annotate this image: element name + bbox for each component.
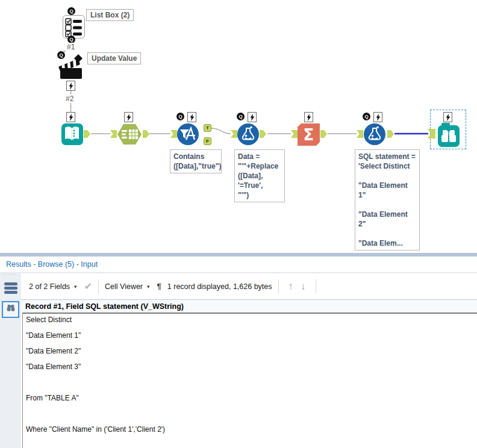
action-tool-label[interactable]: Update Value [87,52,141,64]
lightning-anchor-icon[interactable] [187,112,196,122]
row-bar [4,287,17,290]
lightning-bolt-glyph [306,114,312,121]
true-output-anchor[interactable]: T [204,124,211,132]
text-input-tool[interactable] [117,123,142,148]
formula-tool[interactable] [237,123,259,145]
question-anchor-icon[interactable]: Q [176,113,184,120]
toolbar-divider [278,279,279,294]
cell-value-text: Select Distinct "Data Element 1" "Data E… [23,314,477,434]
lightning-anchor-icon[interactable] [248,112,257,122]
formula-tool-2[interactable] [364,123,385,145]
filter-funnel-icon [179,125,197,143]
results-toolbar: 2 of 2 Fields ▾ ✔ Cell Viewer ▾ ¶ 1 reco… [21,273,477,299]
q-letter: Q [69,8,73,14]
chevron-down-icon[interactable]: ▾ [147,284,150,290]
lightning-anchor-icon[interactable] [373,112,382,122]
results-panel: ····· 2 of 2 Fields ▾ ✔ Cell V [0,273,477,448]
toolbar-divider [316,279,316,294]
lightning-bolt-glyph [445,114,451,121]
false-output-anchor[interactable]: F [204,137,211,145]
previous-record-arrow-icon[interactable]: ↑ [288,281,294,293]
lightning-bolt-glyph [249,114,255,121]
wire-filter-formula[interactable] [211,128,231,134]
apply-checkmark-icon[interactable]: ✔ [84,281,92,292]
browse-tool[interactable] [437,122,460,149]
record-info: 1 record displayed, 1,626 bytes [167,282,272,291]
listbox-tool-label[interactable]: List Box (2) [86,9,134,21]
viewer-selector[interactable]: Cell Viewer [105,282,143,291]
next-record-arrow-icon[interactable]: ↓ [301,281,306,293]
alteryx-designer-screen: Q List Box (2) Q #1 Q [0,0,477,448]
lightning-anchor-icon[interactable] [124,112,133,122]
pilcrow-toggle-icon[interactable]: ¶ [157,282,161,291]
workflow-canvas[interactable]: Q List Box (2) Q #1 Q [0,0,477,253]
connection-1-label: #1 [66,43,76,51]
question-anchor-icon[interactable]: Q [67,7,75,15]
listbox-icon [63,15,85,39]
summarize-tool[interactable]: Σ [298,123,320,146]
record-header: Record #1, Field SQL statement (V_WStrin… [21,299,477,313]
results-sidebar: ····· [0,273,21,448]
connection-2-label: #2 [64,95,75,103]
filter-tool[interactable] [177,123,199,145]
lightning-bolt-glyph [68,114,74,121]
q-letter: Q [364,114,368,119]
lightning-bolt-glyph [68,82,74,90]
text-input-icon [117,123,142,145]
cell-viewer-button[interactable] [2,301,19,318]
grip-dots-icon: ····· [2,271,19,277]
lightning-anchor-icon[interactable] [66,112,75,122]
binoculars-icon [437,122,460,147]
results-panel-title: Results - Browse (5) - Input [0,257,477,273]
flask-icon [366,125,384,143]
formula-annotation[interactable]: Data = "'"+Replace ([Data], '=True', "'"… [234,149,285,202]
cell-viewer-area[interactable]: Select Distinct "Data Element 1" "Data E… [22,313,477,448]
records-view-button[interactable] [4,280,17,296]
q-letter: Q [238,114,242,119]
question-anchor-icon[interactable]: Q [237,113,245,120]
lightning-anchor-icon[interactable] [443,112,452,122]
lightning-bolt-glyph [189,114,195,121]
toolbar-divider [98,279,99,294]
lightning-anchor-icon[interactable] [304,112,313,122]
t-letter: T [206,125,209,131]
clapperboard-icon [58,53,86,81]
question-anchor-icon[interactable]: Q [363,113,370,120]
q-letter: Q [178,114,182,119]
fields-selector[interactable]: 2 of 2 Fields [29,282,70,291]
sql-annotation[interactable]: SQL statement = 'Select Distinct "Data E… [355,149,420,250]
filter-annotation[interactable]: Contains ([Data],"true") [170,149,222,173]
f-letter: F [206,138,209,144]
flask-icon [239,125,257,143]
sigma-icon: Σ [304,127,314,143]
row-bar [4,291,17,294]
action-tool[interactable] [58,53,86,83]
row-bar [4,282,17,285]
input-data-tool[interactable] [61,123,83,145]
q-letter: Q [69,37,73,42]
lightning-bolt-glyph [375,114,381,121]
lightning-anchor-icon[interactable] [66,81,75,91]
open-book-icon [63,126,81,143]
lightning-bolt-glyph [126,114,132,121]
binoculars-icon [4,304,17,315]
chevron-down-icon[interactable]: ▾ [74,284,77,290]
